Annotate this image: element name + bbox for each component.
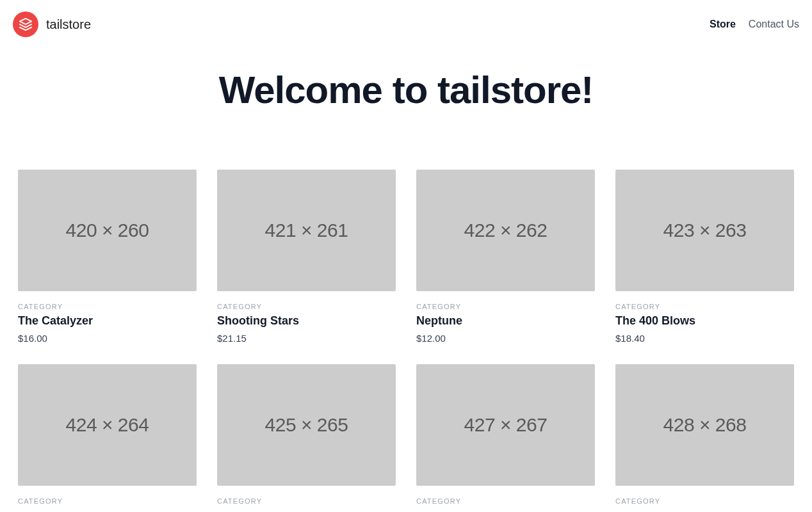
product-price: $18.40 — [615, 333, 794, 344]
product-price: $16.00 — [18, 333, 197, 344]
brand-name: tailstore — [46, 17, 91, 32]
product-image-placeholder: 424 × 264 — [18, 364, 197, 486]
product-image-placeholder: 423 × 263 — [615, 170, 794, 291]
product-category: CATEGORY — [615, 497, 794, 505]
product-category: CATEGORY — [18, 497, 197, 505]
product-name: The 400 Blows — [615, 314, 794, 328]
svg-marker-0 — [20, 19, 31, 24]
layers-icon — [13, 12, 38, 37]
product-category: CATEGORY — [217, 303, 396, 310]
products-section: 420 × 260 CATEGORY The Catalyzer $16.00 … — [0, 170, 812, 512]
main-nav: Store Contact Us — [710, 19, 799, 30]
product-image-placeholder: 425 × 265 — [217, 364, 396, 486]
product-image-placeholder: 420 × 260 — [18, 170, 197, 291]
product-card[interactable]: 428 × 268 CATEGORY — [605, 364, 804, 512]
product-card[interactable]: 421 × 261 CATEGORY Shooting Stars $21.15 — [207, 170, 406, 364]
placeholder-dimensions: 420 × 260 — [66, 220, 149, 241]
product-card[interactable]: 420 × 260 CATEGORY The Catalyzer $16.00 — [8, 170, 207, 364]
hero-section: Welcome to tailstore! — [0, 49, 812, 170]
placeholder-dimensions: 422 × 262 — [464, 220, 548, 241]
product-card[interactable]: 423 × 263 CATEGORY The 400 Blows $18.40 — [605, 170, 804, 364]
placeholder-dimensions: 424 × 264 — [66, 414, 149, 436]
product-category: CATEGORY — [615, 303, 794, 310]
placeholder-dimensions: 421 × 261 — [265, 220, 348, 241]
page-title: Welcome to tailstore! — [13, 68, 799, 112]
product-grid: 420 × 260 CATEGORY The Catalyzer $16.00 … — [8, 170, 804, 512]
placeholder-dimensions: 425 × 265 — [265, 414, 348, 436]
nav-contact[interactable]: Contact Us — [749, 19, 799, 30]
product-name: Neptune — [416, 314, 595, 328]
product-image-placeholder: 421 × 261 — [217, 170, 396, 291]
product-card[interactable]: 427 × 267 CATEGORY — [406, 364, 605, 512]
product-price: $12.00 — [416, 333, 595, 344]
product-image-placeholder: 427 × 267 — [416, 364, 595, 486]
product-category: CATEGORY — [217, 497, 396, 505]
product-image-placeholder: 428 × 268 — [615, 364, 794, 486]
product-card[interactable]: 422 × 262 CATEGORY Neptune $12.00 — [406, 170, 605, 364]
product-name: Shooting Stars — [217, 314, 396, 328]
brand-link[interactable]: tailstore — [13, 12, 91, 37]
nav-store[interactable]: Store — [710, 19, 736, 30]
product-category: CATEGORY — [18, 303, 197, 310]
product-price: $21.15 — [217, 333, 396, 344]
product-category: CATEGORY — [416, 303, 595, 310]
product-card[interactable]: 424 × 264 CATEGORY — [8, 364, 207, 512]
placeholder-dimensions: 428 × 268 — [663, 414, 747, 436]
placeholder-dimensions: 423 × 263 — [663, 220, 747, 241]
site-header: tailstore Store Contact Us — [0, 0, 812, 49]
placeholder-dimensions: 427 × 267 — [464, 414, 548, 436]
product-category: CATEGORY — [416, 497, 595, 505]
product-image-placeholder: 422 × 262 — [416, 170, 595, 291]
product-card[interactable]: 425 × 265 CATEGORY — [207, 364, 406, 512]
product-name: The Catalyzer — [18, 314, 197, 328]
